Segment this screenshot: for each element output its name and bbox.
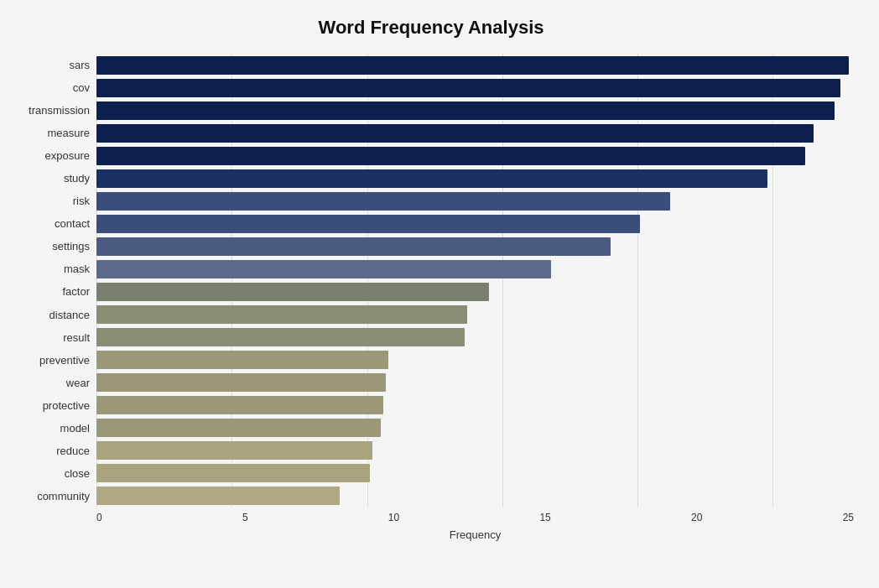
- x-ticks: 0510152025: [96, 508, 854, 525]
- bar: [96, 237, 611, 256]
- bar-row: [96, 440, 854, 461]
- y-label: study: [64, 168, 90, 190]
- bar: [96, 396, 383, 414]
- bar-row: [96, 281, 854, 303]
- bar-row: [96, 462, 854, 484]
- bar-row: [96, 372, 854, 393]
- bar: [96, 441, 372, 460]
- chart-container: Word Frequency Analysis sarscovtransmiss…: [0, 0, 879, 588]
- bar-row: [96, 258, 854, 280]
- bar: [96, 215, 640, 233]
- bar-row: [96, 122, 854, 144]
- bar-row: [96, 213, 854, 235]
- y-label: preventive: [39, 349, 90, 371]
- y-label: factor: [62, 281, 90, 303]
- y-label: reduce: [56, 440, 90, 461]
- y-label: protective: [43, 394, 90, 416]
- bar-row: [96, 145, 854, 167]
- bar-row: [96, 486, 854, 507]
- bar-row: [96, 349, 854, 371]
- bar: [96, 487, 340, 505]
- y-label: risk: [73, 190, 90, 212]
- bar: [96, 169, 767, 188]
- bar-row: [96, 394, 854, 416]
- y-label: model: [60, 417, 90, 439]
- bar-row: [96, 326, 854, 348]
- x-axis: 0510152025 Frequency: [96, 508, 854, 541]
- y-label: wear: [66, 372, 90, 393]
- bar-row: [96, 417, 854, 439]
- y-label: distance: [49, 304, 90, 325]
- y-label: measure: [47, 122, 90, 144]
- bars-and-grid: 0510152025 Frequency: [96, 54, 854, 507]
- bar: [96, 79, 840, 97]
- y-axis: sarscovtransmissionmeasureexposurestudyr…: [8, 54, 96, 507]
- bar-row: [96, 304, 854, 325]
- y-label: close: [65, 462, 90, 484]
- bar: [96, 328, 465, 346]
- bar: [96, 147, 805, 165]
- bar-row: [96, 236, 854, 258]
- bars-container: [96, 54, 854, 507]
- x-tick: 5: [242, 512, 248, 523]
- bar: [96, 101, 835, 120]
- y-label: contact: [55, 213, 90, 235]
- x-tick: 20: [691, 512, 702, 523]
- bar-row: [96, 55, 854, 76]
- bar-row: [96, 168, 854, 190]
- x-tick: 10: [388, 512, 399, 523]
- bar: [96, 192, 670, 211]
- bar: [96, 305, 467, 324]
- chart-title: Word Frequency Analysis: [8, 17, 854, 39]
- x-tick: 15: [539, 512, 550, 523]
- y-label: exposure: [45, 145, 90, 167]
- bar: [96, 283, 489, 301]
- bar: [96, 351, 388, 369]
- bar: [96, 464, 370, 482]
- y-label: sars: [69, 55, 90, 76]
- x-tick: 25: [843, 512, 854, 523]
- x-tick: 0: [96, 512, 102, 523]
- bar-row: [96, 100, 854, 122]
- y-label: result: [63, 326, 90, 348]
- bar: [96, 419, 381, 437]
- y-label: community: [37, 486, 90, 507]
- y-label: settings: [52, 236, 90, 258]
- x-axis-label: Frequency: [96, 528, 854, 541]
- bar: [96, 260, 551, 278]
- bar-row: [96, 190, 854, 212]
- chart-area: sarscovtransmissionmeasureexposurestudyr…: [8, 54, 854, 507]
- y-label: mask: [64, 258, 90, 280]
- y-label: transmission: [29, 100, 90, 122]
- y-label: cov: [73, 77, 90, 99]
- bar: [96, 124, 814, 143]
- bar: [96, 373, 386, 392]
- bar-row: [96, 77, 854, 99]
- bar: [96, 56, 849, 75]
